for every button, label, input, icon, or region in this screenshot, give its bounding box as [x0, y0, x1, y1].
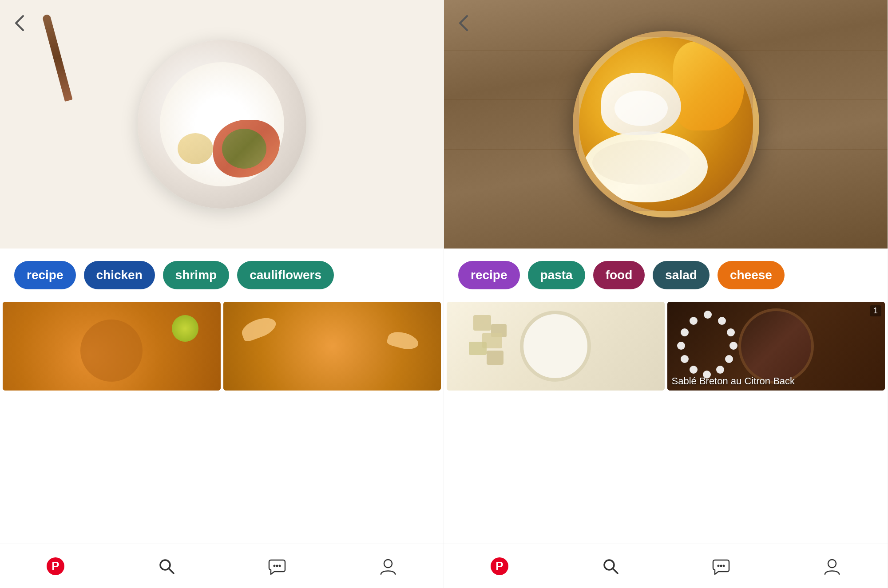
chip-food[interactable]: food: [593, 261, 645, 289]
svg-point-13: [720, 564, 722, 567]
svg-point-4: [274, 564, 276, 567]
chip-recipe-2[interactable]: recipe: [458, 261, 520, 289]
thumbnail-shrimp[interactable]: [223, 302, 441, 391]
svg-point-14: [723, 564, 725, 567]
nav-profile-2[interactable]: [821, 556, 843, 577]
nav-search-1[interactable]: [156, 556, 177, 577]
bowl-shape: [138, 40, 306, 209]
nav-chat-1[interactable]: [266, 556, 288, 577]
chips-row-2: recipe pasta food salad cheese: [444, 249, 888, 302]
chip-salad[interactable]: salad: [653, 261, 710, 289]
bottom-nav-2: P: [444, 544, 888, 588]
nav-profile-1[interactable]: [377, 556, 399, 577]
svg-text:P: P: [496, 559, 503, 572]
bottom-nav-1: P: [0, 544, 444, 588]
tart-label: Sablé Breton au Citron Back: [672, 375, 881, 387]
nav-home-1[interactable]: P: [45, 556, 66, 577]
svg-line-11: [613, 568, 618, 573]
chip-shrimp[interactable]: shrimp: [163, 261, 229, 289]
back-button-2[interactable]: [456, 12, 471, 34]
thumbnail-noodles[interactable]: [3, 302, 221, 391]
svg-point-7: [384, 560, 392, 568]
chip-recipe-1[interactable]: recipe: [14, 261, 76, 289]
chip-cauliflowers[interactable]: cauliflowers: [237, 261, 334, 289]
svg-line-3: [169, 568, 174, 573]
chip-chicken[interactable]: chicken: [84, 261, 155, 289]
chip-pasta[interactable]: pasta: [528, 261, 585, 289]
svg-point-6: [279, 564, 281, 567]
nav-chat-2[interactable]: [710, 556, 732, 577]
svg-text:P: P: [52, 559, 59, 572]
thumbnail-pie[interactable]: [447, 302, 665, 391]
wooden-spoon-icon: [42, 14, 72, 102]
thumbnail-tart[interactable]: Sablé Breton au Citron Back 1: [667, 302, 885, 391]
nav-search-2[interactable]: [600, 556, 621, 577]
rice-in-bowl: [160, 62, 284, 186]
svg-point-5: [276, 564, 278, 567]
nav-home-2[interactable]: P: [489, 556, 510, 577]
hero-image-1: [0, 0, 444, 249]
hero-image-2: [444, 0, 888, 249]
svg-point-12: [718, 564, 720, 567]
chips-row-1: recipe chicken shrimp cauliflowers: [0, 249, 444, 302]
thumbnail-grid-2: Sablé Breton au Citron Back 1: [444, 302, 888, 544]
svg-point-15: [828, 560, 836, 568]
panel-1: recipe chicken shrimp cauliflowers P: [0, 0, 444, 588]
thumbnail-grid-1: [0, 302, 444, 544]
tart-badge: 1: [870, 305, 881, 316]
chip-cheese[interactable]: cheese: [718, 261, 785, 289]
panel-2: recipe pasta food salad cheese: [444, 0, 888, 588]
back-button-1[interactable]: [12, 12, 27, 34]
